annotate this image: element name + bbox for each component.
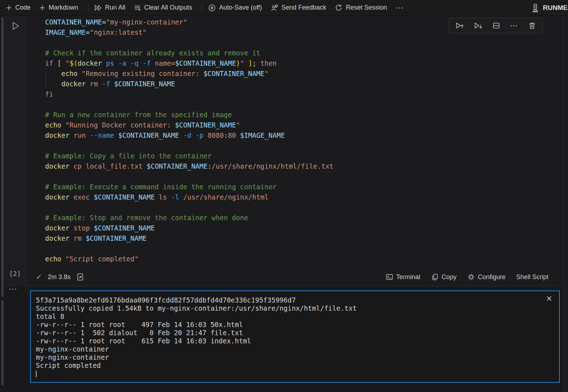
cell-toolbar: ⋯ (449, 18, 543, 33)
configure-label: Configure (478, 273, 506, 281)
plus-icon (6, 5, 12, 11)
code-editor[interactable]: CONTAINER_NAME="my-nginx-container"IMAGE… (45, 17, 556, 264)
close-output-icon[interactable]: × (546, 293, 552, 305)
runme-rocket-icon (531, 3, 540, 12)
send-feedback-button[interactable]: Send Feedback (271, 4, 326, 12)
copy-icon (431, 273, 439, 281)
execute-above-icon[interactable] (455, 22, 464, 29)
send-feedback-label: Send Feedback (282, 4, 326, 11)
auto-save-icon (208, 4, 216, 12)
cell-language-label[interactable]: Shell Script (516, 273, 548, 281)
cell-status-bar: ✓ 2m 3.8s Terminal Copy Configure Shell … (26, 268, 563, 286)
reset-session-label: Reset Session (346, 4, 387, 11)
toolbar-divider (88, 4, 88, 12)
gear-icon (467, 273, 475, 281)
run-cell-button[interactable] (10, 21, 21, 31)
auto-save-toggle[interactable]: Auto-Save (off) (208, 4, 262, 12)
add-code-button[interactable]: Code (6, 4, 31, 11)
success-check-icon: ✓ (36, 273, 42, 281)
execution-duration: 2m 3.8s (48, 273, 71, 281)
code-cell: CONTAINER_NAME="my-nginx-container"IMAGE… (26, 16, 563, 286)
output-menu-button[interactable]: ⋯ (9, 284, 17, 294)
cell-focus-rail (1, 17, 4, 297)
copy-button[interactable]: Copy (431, 273, 457, 281)
clear-all-outputs-label: Clear All Outputs (144, 4, 192, 11)
terminal-button[interactable]: Terminal (386, 273, 420, 281)
terminal-icon (386, 273, 393, 281)
text-cursor (36, 371, 37, 377)
add-markdown-label: Markdown (49, 4, 78, 11)
execute-below-icon[interactable] (474, 22, 482, 29)
configure-button[interactable]: Configure (467, 273, 506, 281)
send-feedback-icon (271, 4, 278, 12)
toolbar-divider (202, 4, 202, 12)
clear-outputs-icon (134, 4, 141, 11)
play-icon (10, 21, 21, 31)
open-session-output-icon[interactable] (76, 273, 84, 281)
run-all-label: Run All (105, 4, 125, 11)
copy-label: Copy (442, 273, 457, 281)
notebook-toolbar: Code Markdown Run All Clear All Outputs … (0, 0, 568, 16)
clear-all-outputs-button[interactable]: Clear All Outputs (134, 4, 192, 11)
runme-brand: RUNME (531, 3, 568, 12)
toolbar-more-actions[interactable]: ⋯ (395, 3, 404, 12)
delete-cell-icon[interactable] (528, 22, 536, 29)
reset-session-button[interactable]: Reset Session (335, 4, 387, 12)
notebook-scrollbar[interactable] (563, 16, 568, 392)
reset-session-icon (335, 4, 343, 12)
run-all-icon (94, 4, 102, 11)
output-focus-rail (1, 300, 4, 386)
cell-more-actions-icon[interactable]: ⋯ (510, 21, 518, 30)
notebook-area: [2] ⋯ CONTAINER_NAME="my-nginx-container… (0, 16, 568, 392)
plus-icon (39, 5, 45, 11)
auto-save-label: Auto-Save (off) (219, 4, 262, 11)
terminal-label: Terminal (396, 273, 420, 281)
cell-gutter (4, 16, 26, 286)
runme-brand-label: RUNME (543, 4, 568, 12)
add-code-label: Code (15, 4, 31, 11)
add-markdown-button[interactable]: Markdown (39, 4, 78, 11)
execution-count: [2] (9, 270, 21, 277)
split-cell-icon[interactable] (492, 22, 500, 29)
output-text: 5f3a715a9a8be2efd6176bdaa096f3fcdd82f57d… (36, 296, 538, 378)
run-all-button[interactable]: Run All (94, 4, 125, 11)
cell-output: 5f3a715a9a8be2efd6176bdaa096f3fcdd82f57d… (30, 290, 560, 383)
